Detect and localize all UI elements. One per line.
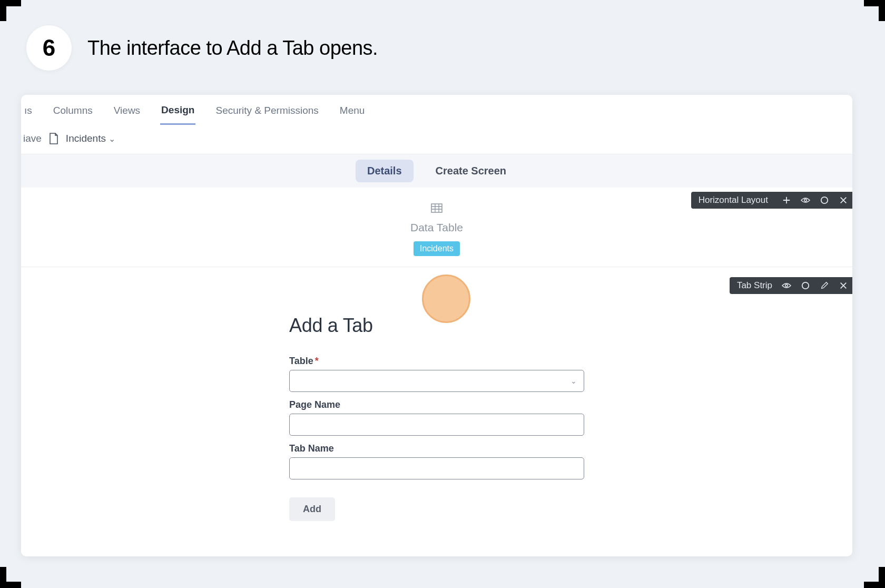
plus-icon[interactable] xyxy=(782,195,791,205)
page-dropdown[interactable]: Incidents ⌄ xyxy=(66,133,115,144)
save-partial-text[interactable]: iave xyxy=(23,133,42,144)
circle-icon[interactable] xyxy=(801,281,810,290)
tab-strip-overlay: Tab Strip xyxy=(730,277,852,294)
overlay-label-tabstrip: Tab Strip xyxy=(737,280,772,291)
data-table-label: Data Table xyxy=(21,221,852,234)
add-tab-form: Add a Tab Table* ⌄ Page Name Tab Name Ad… xyxy=(289,315,584,521)
field-page-name: Page Name xyxy=(289,399,584,436)
svg-rect-2 xyxy=(431,204,442,212)
field-table: Table* ⌄ xyxy=(289,356,584,392)
page-name: Incidents xyxy=(66,133,106,144)
subtabs: Details Create Screen xyxy=(21,154,852,188)
close-icon[interactable] xyxy=(839,195,848,205)
tab-name-input[interactable] xyxy=(289,457,584,479)
nav-item-design[interactable]: Design xyxy=(160,100,195,125)
pencil-icon[interactable] xyxy=(820,281,829,290)
svg-point-4 xyxy=(802,282,809,289)
field-tab-name: Tab Name xyxy=(289,443,584,479)
screenshot-panel: ıs Columns Views Design Security & Permi… xyxy=(21,95,852,556)
required-asterisk: * xyxy=(315,356,319,366)
secondary-bar: iave Incidents ⌄ xyxy=(21,123,852,154)
nav-item-columns[interactable]: Columns xyxy=(52,101,94,124)
top-nav: ıs Columns Views Design Security & Permi… xyxy=(21,95,852,123)
svg-point-1 xyxy=(821,197,828,203)
horizontal-layout-overlay: Horizontal Layout xyxy=(691,192,852,209)
table-select[interactable] xyxy=(289,370,584,392)
nav-item-security[interactable]: Security & Permissions xyxy=(214,101,319,124)
label-table-text: Table xyxy=(289,356,313,366)
overlay-label-horizontal: Horizontal Layout xyxy=(699,195,768,205)
close-icon[interactable] xyxy=(839,281,848,290)
svg-point-0 xyxy=(804,199,807,202)
eye-icon[interactable] xyxy=(782,281,791,290)
add-button[interactable]: Add xyxy=(289,497,335,521)
label-table: Table* xyxy=(289,356,584,367)
subtab-details[interactable]: Details xyxy=(356,160,414,182)
page-name-input[interactable] xyxy=(289,414,584,436)
data-table-chip[interactable]: Incidents xyxy=(414,241,460,256)
nav-item-menu[interactable]: Menu xyxy=(339,101,366,124)
subtab-create-screen[interactable]: Create Screen xyxy=(424,160,518,182)
svg-point-3 xyxy=(785,285,788,287)
chevron-down-icon: ⌄ xyxy=(109,134,115,143)
step-number-badge: 6 xyxy=(26,25,72,71)
page-icon xyxy=(49,133,58,144)
highlight-circle xyxy=(422,275,470,323)
nav-item-partial[interactable]: ıs xyxy=(23,101,33,124)
step-header: 6 The interface to Add a Tab opens. xyxy=(0,0,885,86)
design-canvas: Horizontal Layout Data Table Incidents T… xyxy=(21,188,852,521)
nav-item-views[interactable]: Views xyxy=(113,101,141,124)
step-description: The interface to Add a Tab opens. xyxy=(87,37,378,60)
eye-icon[interactable] xyxy=(801,195,810,205)
label-page-name: Page Name xyxy=(289,399,584,410)
label-tab-name: Tab Name xyxy=(289,443,584,454)
circle-icon[interactable] xyxy=(820,195,829,205)
